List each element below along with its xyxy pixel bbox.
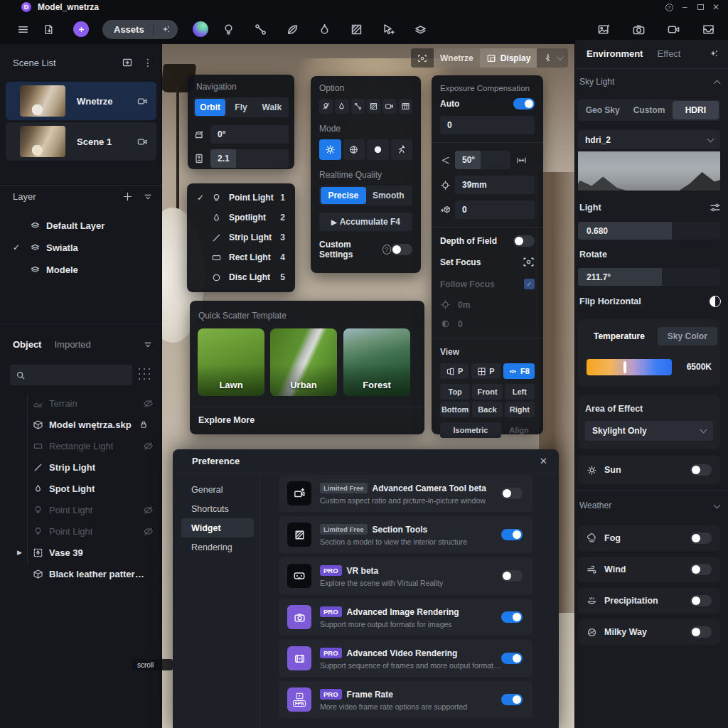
tab-environment[interactable]: Environment bbox=[587, 48, 643, 59]
viewport-scene-name[interactable]: Wnetrze bbox=[434, 48, 480, 68]
pref-nav-shortcuts[interactable]: Shortcuts bbox=[181, 499, 254, 518]
sky-mode-geo[interactable]: Geo Sky bbox=[579, 101, 626, 119]
view-top-button[interactable]: Top bbox=[440, 384, 470, 400]
object-item-vase[interactable]: ▶ Vase 39 bbox=[0, 542, 162, 563]
view-back-button[interactable]: Back bbox=[472, 402, 502, 417]
hdri-preview[interactable] bbox=[578, 151, 720, 191]
video-rendering-toggle[interactable] bbox=[501, 653, 523, 664]
vegetation-tool-icon[interactable] bbox=[286, 23, 299, 36]
object-item-rect-light[interactable]: Rectangle Light bbox=[0, 435, 162, 456]
view-front-button[interactable]: F8 bbox=[503, 363, 535, 379]
ai-sparkle-icon[interactable] bbox=[158, 24, 175, 35]
scatter-template-forest[interactable]: Forest bbox=[343, 328, 410, 396]
light-tool-spot[interactable]: Spotlight 2 bbox=[187, 208, 295, 228]
fov-range-icon[interactable] bbox=[516, 155, 527, 166]
scatter-template-lawn[interactable]: Lawn bbox=[198, 328, 264, 396]
import-file-icon[interactable] bbox=[34, 23, 63, 36]
close-icon[interactable]: ✕ bbox=[708, 2, 724, 12]
render-image-icon[interactable] bbox=[597, 23, 611, 36]
nav-mode-fly[interactable]: Fly bbox=[225, 99, 256, 116]
precipitation-toggle[interactable] bbox=[690, 595, 712, 606]
focus-scene-button[interactable] bbox=[411, 48, 434, 68]
view-right-button[interactable]: Right bbox=[505, 402, 535, 417]
material-tool-icon[interactable] bbox=[414, 23, 427, 36]
dof-toggle[interactable] bbox=[513, 235, 535, 247]
light-tool-rect[interactable]: Rect Light 4 bbox=[187, 247, 295, 267]
pref-nav-widget[interactable]: Widget bbox=[181, 518, 254, 537]
light-tool-strip[interactable]: Strip Light 3 bbox=[187, 228, 295, 247]
object-item-point-light-2[interactable]: Point Light bbox=[0, 520, 162, 542]
minimize-icon[interactable]: – bbox=[677, 2, 692, 12]
view-left-button[interactable]: Left bbox=[505, 384, 535, 400]
chevron-up-icon[interactable] bbox=[714, 80, 721, 87]
scatter-template-urban[interactable]: Urban bbox=[270, 328, 337, 396]
height-field[interactable]: 2.1 bbox=[210, 149, 289, 168]
view-align-button[interactable]: Align bbox=[503, 422, 535, 438]
layer-item-default[interactable]: Default Layer bbox=[0, 215, 162, 236]
view-isometric-button[interactable]: Isometric bbox=[440, 422, 501, 438]
chevron-down-icon[interactable] bbox=[714, 501, 721, 508]
toggle-cameras-icon[interactable] bbox=[382, 99, 396, 114]
object-item-terrain[interactable]: Terrain bbox=[0, 392, 162, 414]
scene-menu-icon[interactable]: ⋮ bbox=[143, 57, 153, 68]
mode-speed-icon[interactable] bbox=[391, 139, 413, 160]
section-tool-icon[interactable] bbox=[350, 23, 363, 36]
temperature-slider[interactable] bbox=[587, 359, 672, 375]
sliders-icon[interactable] bbox=[710, 202, 721, 213]
rotate-slider[interactable]: 211.7° bbox=[578, 268, 720, 286]
pref-nav-general[interactable]: General bbox=[181, 480, 254, 499]
material-sphere[interactable] bbox=[183, 21, 218, 37]
tab-object[interactable]: Object bbox=[13, 339, 41, 350]
add-layer-icon[interactable] bbox=[122, 191, 133, 202]
hidden-eye-icon[interactable] bbox=[143, 505, 154, 515]
wind-toggle[interactable] bbox=[690, 564, 712, 575]
assets-button[interactable]: Assets bbox=[102, 20, 178, 39]
collapse-objects-icon[interactable] bbox=[143, 340, 153, 350]
explore-more-link[interactable]: Explore More bbox=[198, 415, 255, 425]
scene-item-wnetrze[interactable]: Wnetrze bbox=[6, 82, 156, 120]
effects-tool-icon[interactable] bbox=[318, 23, 331, 36]
exposure-field[interactable]: 0 bbox=[440, 116, 535, 134]
toggle-effects-icon[interactable] bbox=[335, 99, 348, 114]
object-item-spot-light[interactable]: Spot Light bbox=[0, 478, 162, 499]
nav-mode-walk[interactable]: Walk bbox=[257, 99, 287, 116]
select-add-tool-icon[interactable] bbox=[382, 23, 395, 36]
view-bottom-button[interactable]: Bottom bbox=[440, 402, 470, 417]
camera-tool-toggle[interactable] bbox=[501, 488, 523, 499]
slider-handle[interactable] bbox=[623, 361, 626, 373]
shift-field[interactable]: 0 bbox=[455, 200, 535, 219]
focal-length-field[interactable]: 39mm bbox=[455, 176, 535, 194]
custom-settings-toggle[interactable] bbox=[391, 244, 412, 255]
light-tool-disc[interactable]: Disc Light 5 bbox=[187, 267, 295, 287]
tab-temperature[interactable]: Temperature bbox=[585, 327, 653, 346]
add-scene-icon[interactable] bbox=[122, 57, 133, 68]
light-tool-point[interactable]: ✓ Point Light 1 bbox=[187, 188, 295, 208]
tab-imported[interactable]: Imported bbox=[54, 339, 90, 350]
collapse-layers-icon[interactable] bbox=[143, 192, 153, 202]
object-item-notebook[interactable]: Black leather pattern noteb... bbox=[0, 563, 162, 584]
display-mode-button[interactable]: Display bbox=[480, 48, 537, 68]
quality-smooth[interactable]: Smooth bbox=[366, 187, 412, 204]
hidden-eye-icon[interactable] bbox=[143, 398, 154, 409]
scene-camera-icon[interactable] bbox=[137, 136, 148, 147]
sky-mode-custom[interactable]: Custom bbox=[626, 101, 672, 119]
object-item-point-light-1[interactable]: Point Light bbox=[0, 499, 162, 520]
hidden-eye-icon[interactable] bbox=[143, 441, 154, 451]
sun-toggle[interactable] bbox=[690, 464, 712, 476]
toggle-section-icon[interactable] bbox=[367, 99, 380, 114]
render-video-icon[interactable] bbox=[667, 23, 680, 36]
maximize-icon[interactable] bbox=[692, 2, 708, 12]
object-item-model[interactable]: Model wnętrza.skp bbox=[0, 414, 162, 435]
frame-rate-toggle[interactable] bbox=[501, 694, 523, 705]
tab-sky-color[interactable]: Sky Color bbox=[658, 327, 717, 346]
expand-arrow-icon[interactable]: ▶ bbox=[17, 549, 22, 556]
auto-exposure-toggle[interactable] bbox=[513, 98, 535, 109]
fog-toggle[interactable] bbox=[690, 532, 712, 544]
mode-lit-icon[interactable] bbox=[319, 139, 341, 160]
rotation-field[interactable]: 0° bbox=[210, 125, 289, 144]
section-tools-toggle[interactable] bbox=[501, 529, 523, 540]
magic-sparkle-icon[interactable] bbox=[709, 48, 719, 59]
layer-item-swiatla[interactable]: ✓ Swiatla bbox=[0, 237, 162, 258]
toggle-lights-icon[interactable] bbox=[319, 99, 333, 114]
aperture-value[interactable]: 0 bbox=[458, 319, 463, 329]
